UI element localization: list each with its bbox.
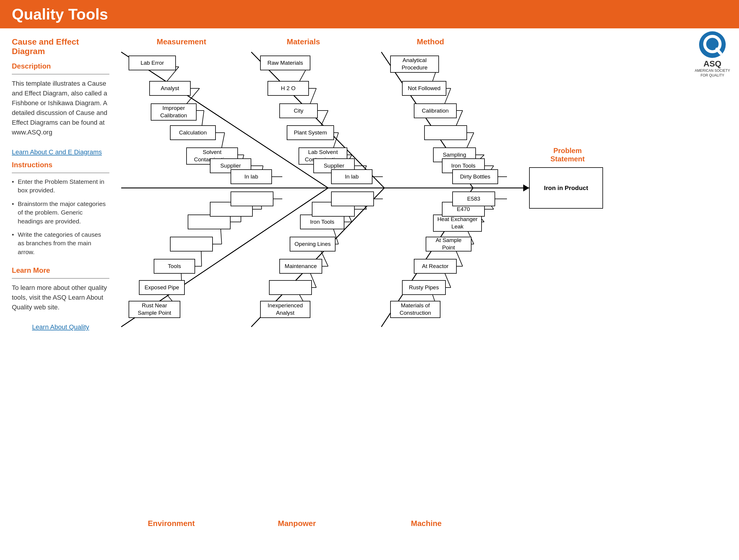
box-e583[interactable]: E583 — [452, 191, 495, 206]
box-h2o[interactable]: H 2 O — [268, 81, 309, 96]
box-city[interactable]: City — [279, 104, 318, 118]
box-measurement-inlab[interactable]: In lab — [231, 169, 272, 184]
page-title: Quality Tools — [12, 5, 108, 23]
cat-measurement: Measurement — [157, 37, 206, 46]
subtitle: Cause and Effect Diagram — [12, 37, 109, 56]
diagram-area: Measurement Materials Method Environment… — [118, 37, 727, 540]
box-at-sample-point[interactable]: At Sample Point — [426, 237, 471, 251]
divider-2 — [12, 173, 109, 173]
box-plant-system[interactable]: Plant System — [287, 125, 334, 140]
box-inexperienced[interactable]: Inexperienced Analyst — [260, 301, 310, 318]
cat-environment: Environment — [148, 519, 195, 528]
box-tools[interactable]: Tools — [154, 259, 195, 273]
box-at-reactor[interactable]: At Reactor — [414, 259, 457, 273]
learn-quality-link[interactable]: Learn About Quality — [12, 323, 109, 331]
header-bar: Quality Tools — [0, 0, 739, 28]
learn-more-heading: Learn More — [12, 266, 109, 274]
box-lab-error[interactable]: Lab Error — [129, 55, 176, 70]
divider-3 — [12, 278, 109, 279]
svg-marker-87 — [523, 184, 529, 191]
box-materials-inlab[interactable]: In lab — [331, 169, 373, 184]
box-improper-cal[interactable]: Improper Calibration — [151, 104, 196, 121]
sidebar: Cause and Effect Diagram Description Thi… — [12, 37, 118, 540]
problem-box[interactable]: Iron in Product — [529, 167, 603, 209]
instruction-2: Brainstorm the major categories of the p… — [12, 199, 109, 225]
box-method-empty1[interactable] — [424, 125, 467, 140]
box-env-empty4[interactable] — [231, 191, 273, 206]
box-not-followed[interactable]: Not Followed — [402, 81, 446, 96]
box-rust-near[interactable]: Rust Near Sample Point — [129, 301, 180, 318]
divider-1 — [12, 74, 109, 74]
box-maintenance[interactable]: Maintenance — [279, 259, 322, 273]
box-env-empty1[interactable] — [170, 237, 213, 251]
box-materials-construction[interactable]: Materials of Construction — [390, 301, 440, 318]
learn-more-text: To learn more about other quality tools,… — [12, 283, 109, 312]
instructions-heading: Instructions — [12, 161, 109, 169]
instruction-3: Write the categories of causes as branch… — [12, 230, 109, 256]
box-rusty-pipes[interactable]: Rusty Pipes — [402, 280, 446, 295]
box-calibration[interactable]: Calibration — [414, 104, 457, 118]
box-raw-materials[interactable]: Raw Materials — [260, 55, 310, 70]
main-content: Cause and Effect Diagram Description Thi… — [0, 28, 739, 546]
cat-manpower: Manpower — [278, 519, 316, 528]
box-manpower-iron-tools[interactable]: Iron Tools — [300, 214, 344, 229]
box-dirty-bottles[interactable]: Dirty Bottles — [452, 169, 498, 184]
box-manpower-empty1[interactable] — [269, 280, 312, 295]
instruction-1: Enter the Problem Statement in box provi… — [12, 177, 109, 195]
box-analyst[interactable]: Analyst — [149, 81, 191, 96]
box-opening-lines[interactable]: Opening Lines — [290, 237, 335, 251]
description-text: This template illustrates a Cause and Ef… — [12, 78, 109, 137]
cat-method: Method — [417, 37, 444, 46]
description-heading: Description — [12, 62, 109, 70]
box-heat-exchanger[interactable]: Heat Exchanger Leak — [433, 214, 482, 232]
box-env-empty2[interactable] — [188, 214, 231, 229]
cat-materials: Materials — [287, 37, 320, 46]
box-manpower-empty3[interactable] — [331, 191, 374, 206]
box-exposed-pipe[interactable]: Exposed Pipe — [139, 280, 185, 295]
instructions-list: Enter the Problem Statement in box provi… — [12, 177, 109, 256]
box-calculation[interactable]: Calculation — [170, 125, 216, 140]
cat-machine: Machine — [411, 519, 442, 528]
problem-label: Problem Statement — [538, 147, 597, 163]
box-analytical-proc[interactable]: Analytical Procedure — [390, 55, 439, 73]
ce-diagrams-link[interactable]: Learn About C and E Diagrams — [12, 148, 109, 156]
